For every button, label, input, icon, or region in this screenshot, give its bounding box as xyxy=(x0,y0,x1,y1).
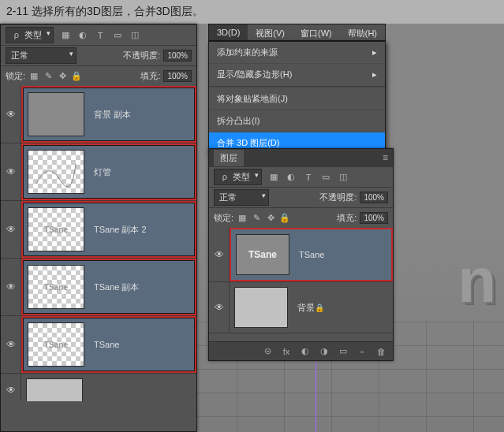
submenu-arrow-icon: ▸ xyxy=(372,47,377,58)
fill-value[interactable]: 100% xyxy=(360,212,388,224)
menu-split-extrusion[interactable]: 拆分凸出(I) xyxy=(209,110,385,132)
layer-item[interactable]: 👁 灯管 xyxy=(1,143,196,201)
layer-item[interactable]: 👁 xyxy=(1,374,196,401)
layer-thumb[interactable]: TSane xyxy=(28,207,84,251)
menu-window[interactable]: 窗口(W) xyxy=(293,24,340,40)
search-icon: ρ xyxy=(11,29,22,40)
layer-thumb[interactable] xyxy=(26,378,83,401)
blend-mode-select[interactable]: 正常 xyxy=(214,189,269,206)
visibility-toggle[interactable]: 👁 xyxy=(1,259,21,315)
menu-3d[interactable]: 3D(D) xyxy=(209,24,248,40)
layer-thumb[interactable] xyxy=(28,150,84,194)
layer-thumb[interactable] xyxy=(234,287,288,328)
panel-menu-icon[interactable]: ≡ xyxy=(383,152,388,163)
filter-text-icon[interactable]: T xyxy=(303,172,314,183)
lock-brush-icon[interactable]: ✎ xyxy=(43,71,54,82)
mask-icon[interactable]: ◐ xyxy=(300,346,311,357)
blend-row: 正常 不透明度: 100% xyxy=(1,45,196,65)
layer-name[interactable]: TSane 副本 2 xyxy=(89,224,195,236)
filter-smart-icon[interactable]: ◫ xyxy=(129,30,140,41)
lock-pixels-icon[interactable]: ▦ xyxy=(237,213,248,224)
panel-tab-head: 图层 ≡ xyxy=(209,149,393,166)
layer-item[interactable]: 👁 TSane TSane 副本 2 xyxy=(1,201,196,259)
blend-row: 正常 不透明度: 100% xyxy=(209,187,393,207)
fx-icon[interactable]: fx xyxy=(281,346,292,357)
visibility-toggle[interactable]: 👁 xyxy=(209,282,230,333)
layer-name[interactable]: 背景 xyxy=(293,302,393,314)
lock-move-icon[interactable]: ✥ xyxy=(265,213,276,224)
fill-label: 填充: xyxy=(337,212,357,224)
filter-adjust-icon[interactable]: ◐ xyxy=(286,172,297,183)
menu-add-constraint[interactable]: 添加约束的来源▸ xyxy=(209,42,385,63)
layer-thumb[interactable]: TSane xyxy=(236,234,289,275)
filter-row: ρ 类型 ▦ ◐ T ▭ ◫ xyxy=(209,166,393,187)
visibility-toggle[interactable]: 👁 xyxy=(1,316,21,373)
layers-panel-merged: ρ 类型 ▦ ◐ T ▭ ◫ 正常 不透明度: 100% 锁定: ▦ ✎ ✥ 🔒… xyxy=(0,24,197,432)
filter-shape-icon[interactable]: ▭ xyxy=(112,30,123,41)
submenu-arrow-icon: ▸ xyxy=(372,69,377,80)
folder-icon[interactable]: ▭ xyxy=(338,346,349,357)
visibility-toggle[interactable]: 👁 xyxy=(1,374,21,401)
layer-item[interactable]: 👁 背景 副本 xyxy=(1,86,196,143)
filter-type-select[interactable]: ρ 类型 xyxy=(214,169,262,185)
menu-help[interactable]: 帮助(H) xyxy=(340,24,385,40)
layer-item[interactable]: 👁 背景 xyxy=(209,282,393,333)
opacity-value[interactable]: 100% xyxy=(163,50,192,61)
layer-item[interactable]: 👁 TSane TSane xyxy=(1,316,196,374)
opacity-value[interactable]: 100% xyxy=(360,192,388,203)
lock-all-icon[interactable]: 🔒 xyxy=(279,213,290,224)
layer-thumb[interactable]: TSane xyxy=(28,322,84,367)
new-layer-icon[interactable]: ▫ xyxy=(357,346,368,357)
trash-icon[interactable]: 🗑 xyxy=(375,346,386,357)
layer-name[interactable]: 灯管 xyxy=(89,166,195,178)
lamp-line-icon xyxy=(32,156,80,188)
filter-image-icon[interactable]: ▦ xyxy=(60,30,71,41)
lock-label: 锁定: xyxy=(6,70,25,82)
lock-row: 锁定: ▦ ✎ ✥ 🔒 填充: 100% xyxy=(1,65,196,86)
filter-smart-icon[interactable]: ◫ xyxy=(338,172,349,183)
filter-text-icon[interactable]: T xyxy=(95,30,106,41)
link-icon[interactable]: ⊝ xyxy=(262,346,273,357)
visibility-toggle[interactable]: 👁 xyxy=(1,201,21,258)
filter-row: ρ 类型 ▦ ◐ T ▭ ◫ xyxy=(1,24,196,45)
fill-value[interactable]: 100% xyxy=(163,70,192,82)
filter-shape-icon[interactable]: ▭ xyxy=(320,172,331,183)
rendered-3d-text: n xyxy=(457,244,496,317)
menu-snap-to-ground[interactable]: 将对象贴紧地面(J) xyxy=(209,88,385,110)
caption-bar: 2-11 选择所有的3D图层，合并3D图层。 xyxy=(0,0,504,24)
blend-mode-select[interactable]: 正常 xyxy=(6,47,77,64)
layer-list: 👁 背景 副本 👁 灯管 👁 TSane TSane 副本 2 👁 TSane xyxy=(1,86,196,401)
menubar: 3D(D) 视图(V) 窗口(W) 帮助(H) xyxy=(208,24,386,41)
lock-all-icon[interactable]: 🔒 xyxy=(71,71,82,82)
panel-footer: ⊝ fx ◐ ◑ ▭ ▫ 🗑 xyxy=(209,341,393,360)
filter-adjust-icon[interactable]: ◐ xyxy=(77,30,88,41)
layer-name[interactable]: TSane xyxy=(89,340,195,349)
lock-pixels-icon[interactable]: ▦ xyxy=(28,71,39,82)
lock-move-icon[interactable]: ✥ xyxy=(57,71,68,82)
visibility-toggle[interactable]: 👁 xyxy=(209,228,230,281)
menu-separator xyxy=(209,86,385,87)
fill-label: 填充: xyxy=(140,70,160,82)
layer-name[interactable]: 背景 副本 xyxy=(89,109,195,121)
filter-type-select[interactable]: ρ 类型 xyxy=(6,27,54,43)
layers-panel-result: 图层 ≡ ρ 类型 ▦ ◐ T ▭ ◫ 正常 不透明度: 100% 锁定: ▦ … xyxy=(208,148,394,361)
lock-brush-icon[interactable]: ✎ xyxy=(251,213,262,224)
caption-text: 2-11 选择所有的3D图层，合并3D图层。 xyxy=(6,5,203,17)
adjustment-icon[interactable]: ◑ xyxy=(319,346,330,357)
layer-name[interactable]: TSane xyxy=(294,250,391,259)
search-icon: ρ xyxy=(219,171,230,182)
opacity-label: 不透明度: xyxy=(319,192,357,203)
visibility-toggle[interactable]: 👁 xyxy=(1,143,21,200)
opacity-label: 不透明度: xyxy=(123,50,160,61)
layer-item[interactable]: 👁 TSane TSane 副本 xyxy=(1,259,196,316)
layer-thumb[interactable]: TSane xyxy=(28,265,84,309)
menu-show-hide-polygons[interactable]: 显示/隐藏多边形(H)▸ xyxy=(209,63,385,85)
panel-tab-layers[interactable]: 图层 xyxy=(214,150,244,166)
layer-name[interactable]: TSane 副本 xyxy=(89,281,195,293)
layer-thumb[interactable] xyxy=(28,92,84,136)
dropdown-3d-menu: 添加约束的来源▸ 显示/隐藏多边形(H)▸ 将对象贴紧地面(J) 拆分凸出(I)… xyxy=(208,41,386,155)
visibility-toggle[interactable]: 👁 xyxy=(1,86,21,143)
filter-image-icon[interactable]: ▦ xyxy=(268,172,279,183)
layer-item[interactable]: 👁 TSane TSane xyxy=(209,228,393,282)
menu-view[interactable]: 视图(V) xyxy=(248,24,293,40)
